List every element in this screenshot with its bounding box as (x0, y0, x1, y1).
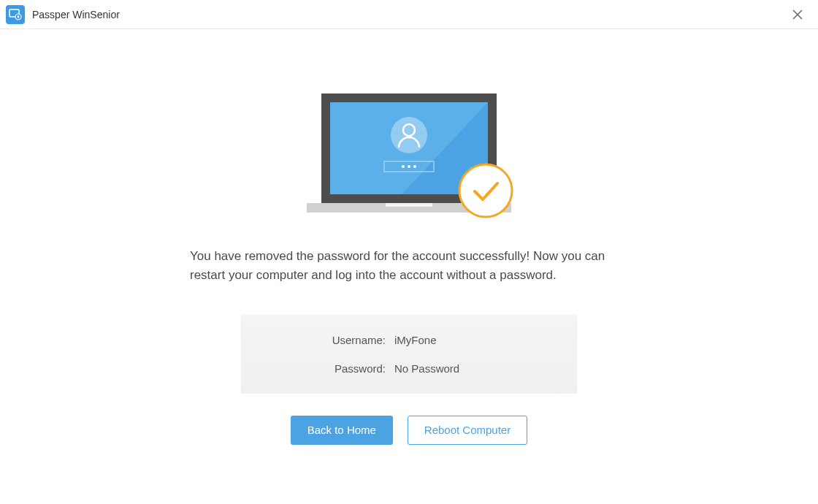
close-button[interactable] (789, 6, 806, 23)
titlebar: Passper WinSenior (0, 0, 818, 29)
success-illustration (307, 93, 511, 218)
username-label: Username: (241, 334, 394, 346)
password-value: No Password (394, 362, 459, 375)
titlebar-left: Passper WinSenior (6, 5, 120, 24)
svg-point-9 (402, 165, 405, 168)
reboot-computer-button[interactable]: Reboot Computer (408, 416, 527, 445)
password-label: Password: (241, 362, 394, 375)
svg-point-12 (459, 164, 512, 217)
account-info-panel: Username: iMyFone Password: No Password (241, 315, 577, 394)
success-message: You have removed the password for the ac… (190, 247, 628, 286)
username-value: iMyFone (394, 334, 437, 346)
svg-rect-3 (386, 203, 432, 207)
svg-point-10 (408, 165, 410, 168)
password-row: Password: No Password (241, 362, 577, 375)
app-title: Passper WinSenior (32, 9, 120, 20)
back-to-home-button[interactable]: Back to Home (291, 416, 393, 445)
success-checkmark-icon (457, 162, 514, 219)
username-row: Username: iMyFone (241, 334, 577, 346)
app-icon (6, 5, 25, 24)
svg-point-11 (413, 165, 416, 168)
main-content: You have removed the password for the ac… (0, 29, 818, 445)
close-icon (792, 9, 803, 20)
action-buttons: Back to Home Reboot Computer (291, 416, 527, 445)
